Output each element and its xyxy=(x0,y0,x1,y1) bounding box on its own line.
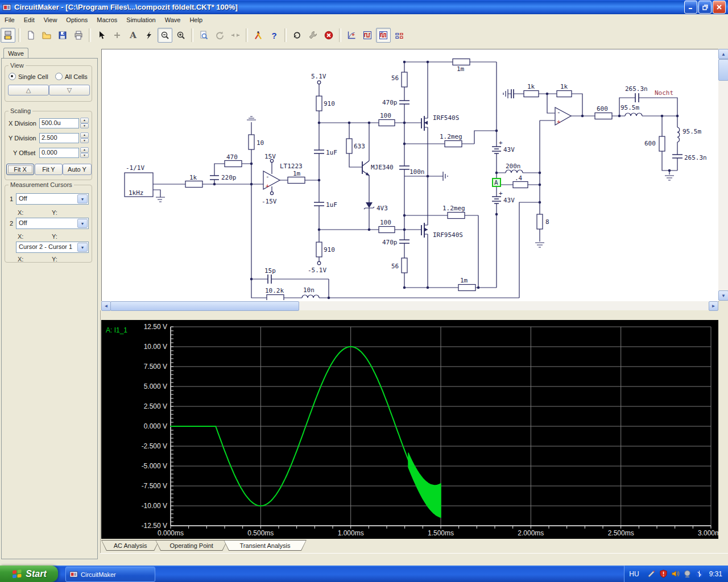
svg-text:-15V: -15V xyxy=(262,198,277,205)
schematic-horizontal-scrollbar[interactable]: ◄ ► xyxy=(101,301,718,310)
menu-options[interactable]: Options xyxy=(61,15,92,24)
cell-down-button[interactable]: ▽ xyxy=(49,85,90,95)
radio-single-cell[interactable]: Single Cell xyxy=(9,73,48,80)
menu-wave[interactable]: Wave xyxy=(160,15,185,24)
svg-text:0.500ms: 0.500ms xyxy=(247,529,274,537)
schematic-canvas[interactable]: -1/1V1kHz1k470220p1015VLT12231m-15V5.1V9… xyxy=(101,49,719,302)
scroll-right-icon[interactable]: ► xyxy=(709,301,718,311)
vertical-scroll-thumb[interactable] xyxy=(718,59,728,81)
minimize-button[interactable] xyxy=(684,1,697,14)
cursor-diff-select[interactable]: Cursor 2 - Cursor 1 ▼ xyxy=(16,242,89,253)
menu-edit[interactable]: Edit xyxy=(19,15,39,24)
rotate-icon[interactable] xyxy=(212,28,227,43)
x-division-label: X Division xyxy=(9,120,36,127)
zoom-in-icon[interactable] xyxy=(173,28,188,43)
language-indicator[interactable]: HU xyxy=(629,570,639,578)
square-wave-analysis-icon[interactable] xyxy=(360,28,375,43)
scroll-down-icon[interactable]: ▼ xyxy=(718,290,728,301)
svg-text:1k: 1k xyxy=(189,174,197,181)
waveform-svg[interactable]: 12.50 V10.00 V7.500 V5.000 V2.500 V0.000… xyxy=(101,320,718,539)
svg-text:-5.1V: -5.1V xyxy=(308,267,326,274)
help-question-icon[interactable]: ? xyxy=(267,28,282,43)
transient-analysis-icon[interactable] xyxy=(376,28,391,43)
y-division-input[interactable]: 2.500 xyxy=(39,133,79,143)
zoom-page-icon[interactable] xyxy=(196,28,211,43)
schematic-vertical-scrollbar[interactable]: ▲ ▼ xyxy=(718,49,728,301)
cell-up-button[interactable]: △ xyxy=(8,85,49,95)
waveform-plot[interactable]: 12.50 V10.00 V7.500 V5.000 V2.500 V0.000… xyxy=(101,320,718,539)
radio-all-cells[interactable]: All Cells xyxy=(55,73,88,80)
svg-text:IRF9540S: IRF9540S xyxy=(433,231,463,239)
logic-analysis-icon[interactable] xyxy=(392,28,407,43)
volume-icon[interactable] xyxy=(671,569,680,578)
taskbar-item-circuitmaker[interactable]: CircuitMaker xyxy=(65,567,155,582)
chevron-down-icon[interactable]: ▼ xyxy=(77,243,88,252)
toolbar-separator xyxy=(246,28,248,42)
svg-text:5.1V: 5.1V xyxy=(311,73,326,80)
tab-operating-point[interactable]: Operating Point xyxy=(155,540,228,551)
svg-text:-1/1V: -1/1V xyxy=(126,164,144,172)
y-offset-input[interactable]: 0.000 xyxy=(39,148,79,158)
security-shield-icon[interactable] xyxy=(659,569,668,578)
svg-text:-10.00 V: -10.00 V xyxy=(142,502,167,510)
svg-text:100n: 100n xyxy=(410,168,425,176)
svg-text:-2.500 V: -2.500 V xyxy=(142,442,167,450)
svg-text:2.000ms: 2.000ms xyxy=(518,529,544,537)
svg-text:4V3: 4V3 xyxy=(377,205,388,212)
probe-multimeter-icon[interactable] xyxy=(251,28,266,43)
mirror-horizontal-icon[interactable] xyxy=(228,28,243,43)
wave-side-panel: Wave View Single Cell All Cells △ ▽ Scal… xyxy=(0,44,101,566)
fit-x-button[interactable]: Fit X xyxy=(6,164,34,175)
schematic-browser-icon[interactable] xyxy=(1,28,15,43)
scroll-left-icon[interactable]: ◄ xyxy=(101,301,111,311)
svg-text:43V: 43V xyxy=(503,197,515,204)
svg-text:1uF: 1uF xyxy=(326,201,337,209)
menu-macros[interactable]: Macros xyxy=(92,15,122,24)
cursor1-select[interactable]: Off ▼ xyxy=(16,193,89,205)
tab-transient-analysis[interactable]: Transient Analysis xyxy=(224,540,307,551)
reset-simulation-icon[interactable] xyxy=(289,28,304,43)
pen-tablet-icon[interactable] xyxy=(647,569,656,578)
tab-ac-analysis[interactable]: AC Analysis xyxy=(101,540,159,551)
svg-text:910: 910 xyxy=(324,246,335,253)
open-folder-icon[interactable] xyxy=(39,28,54,43)
text-tool-icon[interactable]: A xyxy=(126,28,140,43)
toolbar: A? xyxy=(0,26,728,45)
start-button[interactable]: Start xyxy=(0,566,58,582)
menu-help[interactable]: Help xyxy=(185,15,207,24)
svg-text:15V: 15V xyxy=(264,153,276,160)
new-document-icon[interactable] xyxy=(23,28,38,43)
menu-simulation[interactable]: Simulation xyxy=(122,15,160,24)
save-icon[interactable] xyxy=(55,28,70,43)
zoom-out-icon[interactable] xyxy=(158,28,172,43)
print-icon[interactable] xyxy=(71,28,86,43)
cursor-diff-x-label: X: xyxy=(18,256,23,263)
fit-y-button[interactable]: Fit Y xyxy=(35,164,63,175)
svg-text:0.000ms: 0.000ms xyxy=(158,529,184,537)
bluetooth-icon[interactable] xyxy=(695,569,704,578)
y-division-spinner[interactable]: ▲▼ xyxy=(80,132,89,143)
status-bar xyxy=(100,553,728,566)
restore-button[interactable] xyxy=(698,1,712,14)
menu-file[interactable]: File xyxy=(0,15,19,24)
x-division-spinner[interactable]: ▲▼ xyxy=(80,118,89,128)
device-icon[interactable] xyxy=(683,569,692,578)
x-division-input[interactable]: 500.0u xyxy=(39,118,79,128)
chevron-down-icon[interactable]: ▼ xyxy=(77,219,88,228)
close-button[interactable] xyxy=(713,1,726,14)
plus-tool-icon[interactable] xyxy=(110,28,125,43)
menu-view[interactable]: View xyxy=(39,15,62,24)
cursor2-select[interactable]: Off ▼ xyxy=(16,218,89,229)
cursor-arrow-icon[interactable] xyxy=(94,28,109,43)
dc-analysis-icon[interactable] xyxy=(344,28,359,43)
cursor2-y-label: Y: xyxy=(52,233,57,240)
wire-lightning-icon[interactable] xyxy=(142,28,156,43)
wrench-setup-icon[interactable] xyxy=(305,28,320,43)
chevron-down-icon[interactable]: ▼ xyxy=(77,194,88,203)
svg-text:A: A xyxy=(494,179,498,186)
stop-simulation-icon[interactable] xyxy=(321,28,336,43)
y-offset-spinner[interactable]: ▲▼ xyxy=(80,147,89,158)
horizontal-scroll-thumb[interactable] xyxy=(110,301,299,311)
scroll-up-icon[interactable]: ▲ xyxy=(718,49,728,59)
auto-y-button[interactable]: Auto Y xyxy=(63,164,92,175)
